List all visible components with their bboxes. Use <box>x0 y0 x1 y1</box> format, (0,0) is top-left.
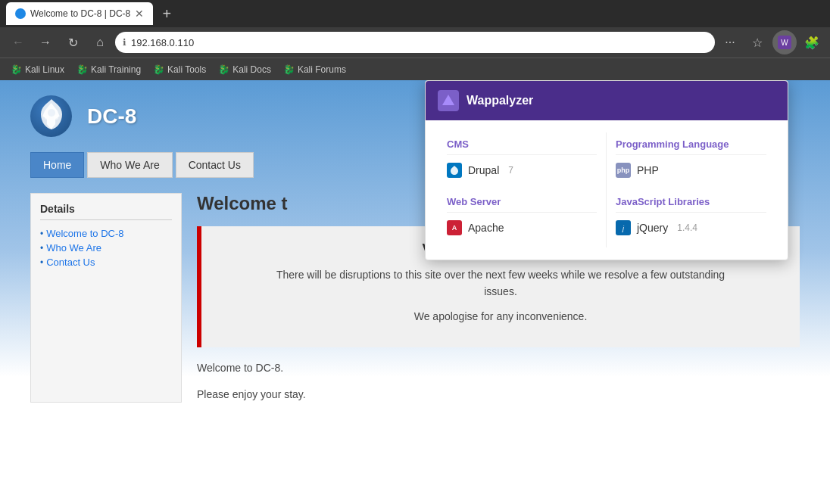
kali-linux-icon: 🐉 <box>11 64 22 75</box>
sidebar: Details • Welcome to DC-8 • Who We Are •… <box>30 193 182 403</box>
alert-paragraph2: We apologise for any inconvenience. <box>273 308 728 325</box>
bookmark-label: Kali Docs <box>232 64 271 75</box>
security-icon: ℹ <box>123 37 126 48</box>
home-button[interactable]: ⌂ <box>88 30 112 54</box>
more-button[interactable]: ··· <box>718 30 742 54</box>
jquery-version: 1.4.4 <box>677 222 697 233</box>
drupal-version: 7 <box>508 165 513 176</box>
tab-favicon <box>15 8 26 19</box>
wapp-apache-item: A Apache <box>447 220 597 235</box>
bookmark-label: Kali Training <box>91 64 141 75</box>
sidebar-link-who-we-are[interactable]: Who We Are <box>46 242 101 254</box>
svg-text:W: W <box>781 39 788 47</box>
php-name: PHP <box>637 164 659 176</box>
kali-tools-icon: 🐉 <box>153 64 164 75</box>
svg-marker-6 <box>442 95 454 105</box>
sidebar-title: Details <box>40 203 172 220</box>
wappalyzer-logo <box>438 90 459 111</box>
wappalyzer-body: CMS Drupal 7 Programming Language <box>426 120 788 260</box>
sidebar-item-who-we-are: • Who We Are <box>40 242 172 254</box>
bookmark-kali-training[interactable]: 🐉 Kali Training <box>72 63 145 76</box>
wapp-pl-section: Programming Language php PHP <box>607 132 775 190</box>
bullet-icon: • <box>40 243 43 254</box>
bullet-icon: • <box>40 257 43 268</box>
wapp-drupal-item: Drupal 7 <box>447 163 597 178</box>
php-icon: php <box>616 163 631 178</box>
back-button[interactable]: ← <box>6 30 30 54</box>
wappalyzer-header: Wappalyzer <box>426 81 788 120</box>
jquery-name: jQuery <box>637 222 668 234</box>
drupal-icon <box>447 163 462 178</box>
kali-forums-icon: 🐉 <box>283 64 295 75</box>
tab-close-button[interactable]: ✕ <box>135 8 144 20</box>
alert-paragraph1: There will be disruptions to this site o… <box>273 266 728 300</box>
bottom-text-1: Welcome to DC-8. <box>197 359 800 376</box>
bookmark-kali-forums[interactable]: 🐉 Kali Forums <box>279 63 351 76</box>
wapp-pl-title: Programming Language <box>616 138 766 155</box>
new-tab-button[interactable]: + <box>156 3 177 24</box>
svg-point-4 <box>45 115 49 120</box>
wapp-cms-section: CMS Drupal 7 <box>438 132 607 190</box>
svg-point-0 <box>17 10 24 17</box>
bookmark-button[interactable]: ☆ <box>745 30 769 54</box>
apache-name: Apache <box>468 222 504 234</box>
bookmark-label: Kali Tools <box>167 64 206 75</box>
jquery-icon: j <box>616 220 631 235</box>
bookmark-kali-tools[interactable]: 🐉 Kali Tools <box>148 63 211 76</box>
tab-bar: Welcome to DC-8 | DC-8 ✕ + <box>0 0 830 27</box>
kali-docs-icon: 🐉 <box>218 64 229 75</box>
wapp-js-section: JavaScript Libraries j jQuery 1.4.4 <box>607 190 775 247</box>
bookmarks-bar: 🐉 Kali Linux 🐉 Kali Training 🐉 Kali Tool… <box>0 58 830 80</box>
wapp-js-title: JavaScript Libraries <box>616 196 766 213</box>
nav-home[interactable]: Home <box>30 152 84 178</box>
bullet-icon: • <box>40 229 43 239</box>
svg-point-3 <box>48 109 55 117</box>
wappalyzer-popup: Wappalyzer CMS Drupal 7 <box>425 80 788 260</box>
sidebar-item-welcome: • Welcome to DC-8 <box>40 228 172 239</box>
sidebar-item-contact: • Contact Us <box>40 257 172 268</box>
wapp-php-item: php PHP <box>616 163 766 178</box>
tab-title: Welcome to DC-8 | DC-8 <box>30 8 130 19</box>
sidebar-link-welcome[interactable]: Welcome to DC-8 <box>46 228 123 239</box>
drupal-name: Drupal <box>468 164 499 176</box>
active-tab[interactable]: Welcome to DC-8 | DC-8 ✕ <box>6 2 153 25</box>
wapp-cms-title: CMS <box>447 138 597 155</box>
kali-training-icon: 🐉 <box>76 64 88 75</box>
extensions-button[interactable]: 🧩 <box>800 30 824 54</box>
forward-button[interactable]: → <box>33 30 58 54</box>
apache-icon: A <box>447 220 462 235</box>
wapp-ws-section: Web Server A Apache <box>438 190 607 247</box>
wappalyzer-extension-button[interactable]: W <box>772 30 797 54</box>
address-bar[interactable]: ℹ 192.168.0.110 <box>115 32 715 53</box>
nav-actions: ··· ☆ W 🧩 <box>718 30 824 54</box>
nav-contact-us[interactable]: Contact Us <box>176 152 254 178</box>
navigation-bar: ← → ↻ ⌂ ℹ 192.168.0.110 ··· ☆ W 🧩 <box>0 27 830 58</box>
wapp-jquery-item: j jQuery 1.4.4 <box>616 220 766 235</box>
bottom-text-2: Please enjoy your stay. <box>197 386 800 403</box>
bookmark-label: Kali Forums <box>298 64 346 75</box>
nav-who-we-are[interactable]: Who We Are <box>87 152 172 178</box>
site-logo <box>30 95 72 137</box>
site-title: DC-8 <box>87 104 136 129</box>
page-wrapper: DC-8 Home Who We Are Contact Us Details … <box>0 80 830 504</box>
svg-point-5 <box>54 115 58 120</box>
reload-button[interactable]: ↻ <box>61 30 85 54</box>
bookmark-label: Kali Linux <box>25 64 64 75</box>
bookmark-kali-linux[interactable]: 🐉 Kali Linux <box>6 63 69 76</box>
url-text: 192.168.0.110 <box>131 37 707 48</box>
sidebar-link-contact[interactable]: Contact Us <box>46 257 95 268</box>
bookmark-kali-docs[interactable]: 🐉 Kali Docs <box>214 63 276 76</box>
wappalyzer-title: Wappalyzer <box>466 94 533 107</box>
wapp-ws-title: Web Server <box>447 196 597 213</box>
